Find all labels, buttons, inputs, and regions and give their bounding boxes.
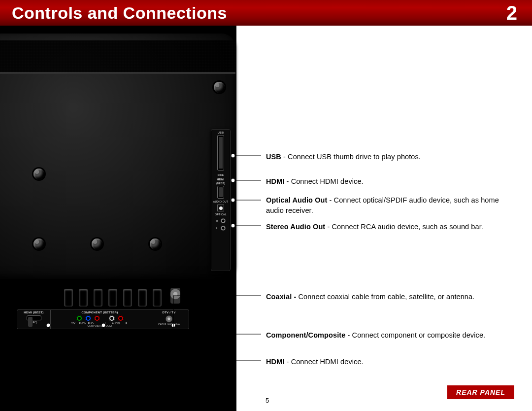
bottom-dtv-title: DTV / TV [162,311,175,314]
rca-plug-icon [221,226,226,231]
bottom-hdmi-section: HDMI (BEST) (ARC) [17,310,51,329]
bottom-dtv-sub: CABLE / ANTENNA [158,323,180,326]
bottom-dtv-section: DTV / TV CABLE / ANTENNA [149,310,189,329]
tv-rear-illustration: USB SIDE HDMI (BEST) AUDIO OUT OPTICAL R… [0,26,236,411]
screw-icon [214,82,225,93]
callout-hdmi-side: HDMI - Connect HDMI device. [266,176,364,187]
audio-r-icon [118,315,124,321]
audio-word-label: AUDIO [112,322,121,325]
callout-component-text: - Connect component or composite device. [345,331,485,339]
audio-l-icon [109,315,115,321]
speaker-grille [0,40,235,74]
callout-optical: Optical Audio Out - Connect optical/SPDI… [266,195,517,216]
optical-label: OPTICAL [211,213,230,216]
vent-rib-icon [123,289,132,307]
rca-plug-icon [221,218,226,223]
callout-usb: USB - Connect USB thumb drive to play ph… [266,152,421,162]
vent-rib-icon [138,289,147,307]
page-content: USB SIDE HDMI (BEST) AUDIO OUT OPTICAL R… [0,26,532,411]
audio-r-label: R [124,322,130,325]
side-port-panel: USB SIDE HDMI (BEST) AUDIO OUT OPTICAL R… [211,129,231,271]
callout-stereo: Stereo Audio Out - Connect RCA audio dev… [266,222,483,232]
pb-label: Pb/Cb [79,322,85,325]
optical-port-icon [217,205,224,211]
component-pr-icon [94,315,100,321]
hdmi-port-icon [217,186,224,199]
vent-rib-icon [108,289,117,307]
screw-icon [150,239,161,249]
rca-l-label: L [216,227,218,230]
bottom-port-strip: HDMI (BEST) (ARC) COMPONENT (BETTER) Y/V… [17,309,189,329]
callout-stereo-bold: Stereo Audio Out [266,223,325,231]
component-y-icon [76,315,82,321]
vent-rib-icon [79,289,88,307]
callout-coaxial-text: Connect coaxial cable from cable, satell… [298,293,474,301]
page-title: Controls and Connections [12,3,227,23]
usb-label: USB [211,131,230,134]
callout-component: Component/Composite - Connect component … [266,330,485,341]
page-number: 5 [266,397,269,404]
rca-r-label: R [216,219,218,222]
bottom-hdmi-title: HDMI (BEST) [24,311,43,314]
callout-usb-bold: USB [266,153,281,161]
callout-stereo-text: - Connect RCA audio device, such as soun… [325,223,483,231]
rear-panel-badge: REAR PANEL [447,385,514,399]
coax-port-icon [170,288,180,304]
chapter-header: Controls and Connections 2 [0,0,532,26]
callout-column: USB - Connect USB thumb drive to play ph… [266,26,517,411]
callout-coaxial: Coaxial - Connect coaxial cable from cab… [266,292,474,302]
vent-rib-icon [94,289,102,307]
audio-out-label: AUDIO OUT [211,201,230,203]
composite-sub-label: COMPOSITE (GOOD) [88,324,112,327]
stereo-rca-row: L [211,226,230,231]
y-label: Y/V [70,322,76,325]
bottom-component-title: COMPONENT (BETTER) [81,311,118,314]
vent-rib-icon [153,289,162,307]
callout-coaxial-bold: Coaxial - [266,293,298,301]
vent-rib-icon [64,289,73,307]
usb-port-icon [217,135,224,171]
hdmi-port-icon [27,315,41,320]
callout-hdmi-side-bold: HDMI [266,177,284,185]
screw-icon [33,239,44,249]
tv-lower-panel [0,282,235,410]
plate-highlight-edge [0,72,235,74]
component-port-row [76,315,124,321]
callout-hdmi-bottom-text: - Connect HDMI device. [284,358,363,366]
callout-hdmi-side-text: - Connect HDMI device. [284,177,363,185]
screw-icon [33,169,44,179]
callout-usb-text: - Connect USB thumb drive to play photos… [281,153,421,161]
hdmi-best-label: (BEST) [211,182,230,185]
callout-component-bold: Component/Composite [266,331,345,339]
bottom-component-section: COMPONENT (BETTER) Y/V Pb/Cb Pr/Cr L AUD… [51,310,149,329]
screw-icon [92,239,102,249]
callout-hdmi-bottom: HDMI - Connect HDMI device. [266,357,364,367]
coax-mini-icon [166,315,172,322]
hdmi-label: HDMI [211,178,230,181]
component-pb-icon [85,315,91,321]
chapter-number: 2 [506,2,517,24]
side-label: SIDE [211,173,230,176]
callout-optical-bold: Optical Audio Out [266,196,327,204]
stereo-rca-row: R [211,218,230,223]
callout-hdmi-bottom-bold: HDMI [266,358,284,366]
